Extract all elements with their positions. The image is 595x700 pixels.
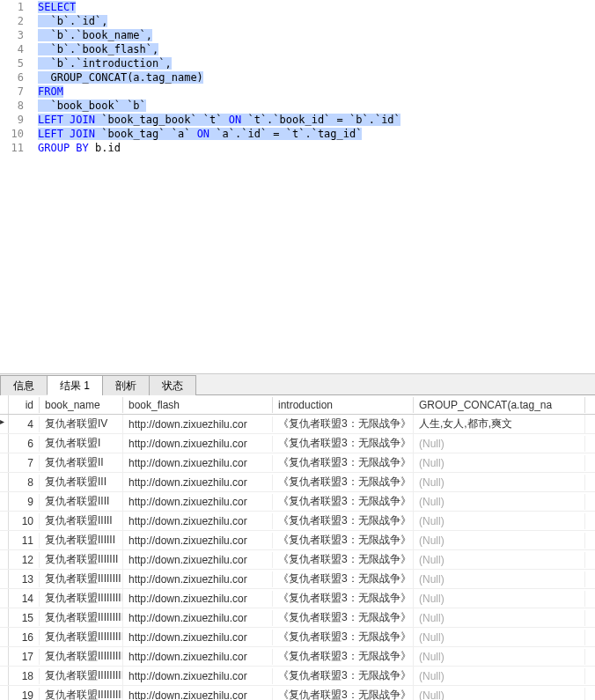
row-selector[interactable] xyxy=(0,492,9,511)
code-content[interactable]: GROUP BY b.id xyxy=(31,141,595,155)
cell-group-concat[interactable]: (Null) xyxy=(414,649,585,665)
cell-introduction[interactable]: 《复仇者联盟3：无限战争》 xyxy=(273,512,414,530)
cell-id[interactable]: 17 xyxy=(9,649,40,665)
cell-book-name[interactable]: 复仇者联盟IIIIIIIIIII xyxy=(40,686,123,700)
table-row[interactable]: 11复仇者联盟IIIIIIhttp://down.zixuezhilu.cor《… xyxy=(0,531,595,550)
row-selector[interactable] xyxy=(0,434,9,453)
cell-group-concat[interactable]: (Null) xyxy=(414,630,585,645)
code-line[interactable]: 7FROM xyxy=(0,85,595,99)
table-row[interactable]: 16复仇者联盟IIIIIIIIIIIhttp://down.zixuezhilu… xyxy=(0,628,595,647)
row-selector[interactable] xyxy=(0,667,9,685)
code-content[interactable]: GROUP_CONCAT(a.tag_name) xyxy=(31,70,595,85)
cell-book-flash[interactable]: http://down.zixuezhilu.cor xyxy=(123,630,273,645)
cell-id[interactable]: 14 xyxy=(9,591,40,607)
col-header-id[interactable]: id xyxy=(9,397,40,413)
row-selector[interactable] xyxy=(0,628,9,646)
cell-introduction[interactable]: 《复仇者联盟3：无限战争》 xyxy=(273,415,414,433)
cell-book-flash[interactable]: http://down.zixuezhilu.cor xyxy=(123,688,273,701)
code-line[interactable]: 6 GROUP_CONCAT(a.tag_name) xyxy=(0,70,595,85)
code-content[interactable]: `b`.`id`, xyxy=(31,14,595,28)
cell-book-name[interactable]: 复仇者联盟IIIIIIII xyxy=(40,570,123,588)
row-selector[interactable] xyxy=(0,647,9,666)
cell-id[interactable]: 15 xyxy=(9,610,40,626)
cell-introduction[interactable]: 《复仇者联盟3：无限战争》 xyxy=(273,667,414,685)
cell-id[interactable]: 7 xyxy=(9,455,40,471)
cell-book-name[interactable]: 复仇者联盟IIIII xyxy=(40,512,123,530)
table-row[interactable]: 8复仇者联盟IIIhttp://down.zixuezhilu.cor《复仇者联… xyxy=(0,473,595,492)
cell-book-flash[interactable]: http://down.zixuezhilu.cor xyxy=(123,455,273,471)
cell-group-concat[interactable]: (Null) xyxy=(414,591,585,607)
code-line[interactable]: 3 `b`.`book_name`, xyxy=(0,28,595,42)
cell-book-flash[interactable]: http://down.zixuezhilu.cor xyxy=(123,533,273,549)
cell-book-flash[interactable]: http://down.zixuezhilu.cor xyxy=(123,513,273,529)
cell-book-name[interactable]: 复仇者联盟IIIIII xyxy=(40,531,123,549)
cell-introduction[interactable]: 《复仇者联盟3：无限战争》 xyxy=(273,531,414,549)
cell-introduction[interactable]: 《复仇者联盟3：无限战争》 xyxy=(273,550,414,569)
code-content[interactable]: LEFT JOIN `book_tag_book` `t` ON `t`.`bo… xyxy=(31,113,595,127)
col-header-group-concat[interactable]: GROUP_CONCAT(a.tag_na xyxy=(414,397,585,413)
table-row[interactable]: 17复仇者联盟IIIIIIIIIIIhttp://down.zixuezhilu… xyxy=(0,647,595,667)
cell-book-name[interactable]: 复仇者联盟IV xyxy=(40,415,123,433)
table-row[interactable]: 13复仇者联盟IIIIIIIIhttp://down.zixuezhilu.co… xyxy=(0,570,595,589)
cell-book-name[interactable]: 复仇者联盟I xyxy=(40,434,123,453)
cell-book-flash[interactable]: http://down.zixuezhilu.cor xyxy=(123,552,273,568)
cell-book-flash[interactable]: http://down.zixuezhilu.cor xyxy=(123,475,273,490)
cell-id[interactable]: 10 xyxy=(9,513,40,529)
cell-group-concat[interactable]: 人生,女人,都市,爽文 xyxy=(414,415,585,433)
cell-book-name[interactable]: 复仇者联盟III xyxy=(40,473,123,491)
cell-book-name[interactable]: 复仇者联盟IIIIIII xyxy=(40,550,123,569)
cell-book-flash[interactable]: http://down.zixuezhilu.cor xyxy=(123,416,273,432)
table-row[interactable]: 19复仇者联盟IIIIIIIIIIIhttp://down.zixuezhilu… xyxy=(0,686,595,700)
col-header-book-flash[interactable]: book_flash xyxy=(123,397,273,413)
row-selector[interactable] xyxy=(0,608,9,627)
tab-结果 1[interactable]: 结果 1 xyxy=(47,375,103,395)
cell-book-name[interactable]: 复仇者联盟II xyxy=(40,453,123,472)
table-row[interactable]: 4复仇者联盟IVhttp://down.zixuezhilu.cor《复仇者联盟… xyxy=(0,415,595,434)
table-row[interactable]: 10复仇者联盟IIIIIhttp://down.zixuezhilu.cor《复… xyxy=(0,512,595,531)
cell-introduction[interactable]: 《复仇者联盟3：无限战争》 xyxy=(273,492,414,511)
cell-id[interactable]: 8 xyxy=(9,475,40,490)
table-row[interactable]: 9复仇者联盟IIIIhttp://down.zixuezhilu.cor《复仇者… xyxy=(0,492,595,512)
cell-id[interactable]: 6 xyxy=(9,436,40,452)
cell-book-flash[interactable]: http://down.zixuezhilu.cor xyxy=(123,668,273,684)
cell-introduction[interactable]: 《复仇者联盟3：无限战争》 xyxy=(273,628,414,646)
cell-book-name[interactable]: 复仇者联盟IIIIIIIIIII xyxy=(40,667,123,685)
cell-book-flash[interactable]: http://down.zixuezhilu.cor xyxy=(123,571,273,587)
cell-introduction[interactable]: 《复仇者联盟3：无限战争》 xyxy=(273,686,414,700)
sql-editor[interactable]: 1SELECT2 `b`.`id`,3 `b`.`book_name`,4 `b… xyxy=(0,0,595,374)
cell-id[interactable]: 12 xyxy=(9,552,40,568)
cell-group-concat[interactable]: (Null) xyxy=(414,494,585,510)
code-content[interactable]: SELECT xyxy=(31,0,595,14)
cell-book-flash[interactable]: http://down.zixuezhilu.cor xyxy=(123,494,273,510)
row-selector[interactable] xyxy=(0,570,9,588)
cell-group-concat[interactable]: (Null) xyxy=(414,436,585,452)
tab-剖析[interactable]: 剖析 xyxy=(102,375,150,395)
cell-id[interactable]: 4 xyxy=(9,416,40,432)
row-selector[interactable] xyxy=(0,473,9,491)
cell-introduction[interactable]: 《复仇者联盟3：无限战争》 xyxy=(273,453,414,472)
code-line[interactable]: 9LEFT JOIN `book_tag_book` `t` ON `t`.`b… xyxy=(0,113,595,127)
cell-group-concat[interactable]: (Null) xyxy=(414,552,585,568)
code-line[interactable]: 2 `b`.`id`, xyxy=(0,14,595,28)
code-content[interactable]: FROM xyxy=(31,85,595,99)
code-content[interactable]: LEFT JOIN `book_tag` `a` ON `a`.`id` = `… xyxy=(31,127,595,141)
row-selector[interactable] xyxy=(0,686,9,700)
cell-group-concat[interactable]: (Null) xyxy=(414,455,585,471)
cell-group-concat[interactable]: (Null) xyxy=(414,533,585,549)
code-line[interactable]: 10LEFT JOIN `book_tag` `a` ON `a`.`id` =… xyxy=(0,127,595,141)
code-content[interactable]: `b`.`introduction`, xyxy=(31,56,595,70)
cell-id[interactable]: 16 xyxy=(9,630,40,645)
row-selector[interactable] xyxy=(0,550,9,569)
cell-book-name[interactable]: 复仇者联盟IIIIIIIIIII xyxy=(40,647,123,666)
code-content[interactable]: `b`.`book_name`, xyxy=(31,28,595,42)
table-row[interactable]: 6复仇者联盟Ihttp://down.zixuezhilu.cor《复仇者联盟3… xyxy=(0,434,595,453)
cell-introduction[interactable]: 《复仇者联盟3：无限战争》 xyxy=(273,434,414,453)
cell-book-name[interactable]: 复仇者联盟IIII xyxy=(40,492,123,511)
col-header-introduction[interactable]: introduction xyxy=(273,397,414,413)
row-selector[interactable] xyxy=(0,589,9,608)
results-grid[interactable]: id book_name book_flash introduction GRO… xyxy=(0,395,595,700)
cell-introduction[interactable]: 《复仇者联盟3：无限战争》 xyxy=(273,570,414,588)
cell-id[interactable]: 11 xyxy=(9,533,40,549)
cell-book-name[interactable]: 复仇者联盟IIIIIIIIIII xyxy=(40,628,123,646)
cell-book-name[interactable]: 复仇者联盟IIIIIIIII xyxy=(40,589,123,608)
